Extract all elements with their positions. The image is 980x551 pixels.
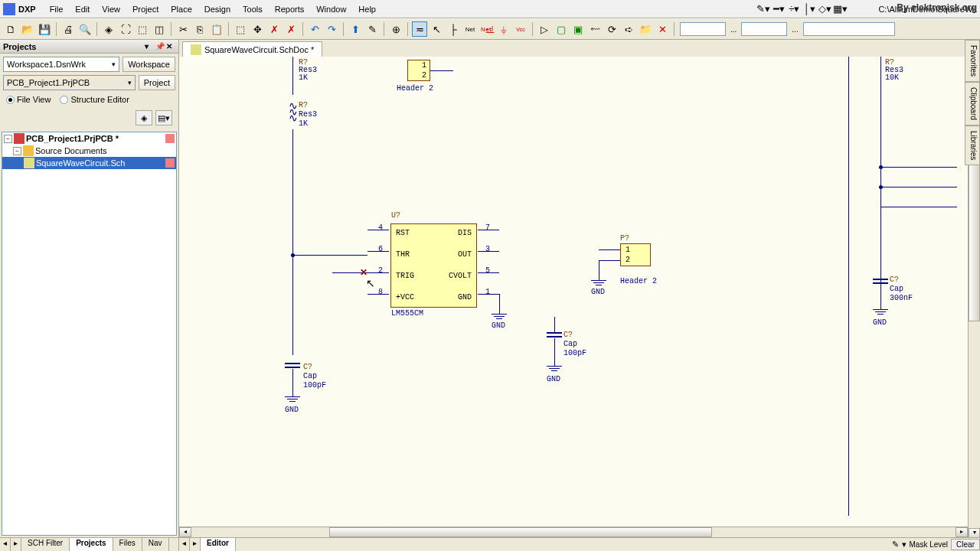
- hier-up-icon[interactable]: ⬆: [348, 21, 363, 37]
- p1-val: Header 2: [620, 277, 657, 285]
- search-input-2[interactable]: [741, 22, 787, 36]
- horizontal-scrollbar[interactable]: ◂ ▸: [179, 527, 968, 537]
- schematic-canvas[interactable]: 1 2 Header 2 R? Res3 1K R? Res3 1K ∿∿∿ U…: [179, 57, 980, 551]
- layer-icon[interactable]: ◈: [101, 21, 116, 37]
- tab-projects[interactable]: Projects: [70, 538, 113, 551]
- workspace-combo[interactable]: Workspace1.DsnWrk: [3, 57, 119, 72]
- part-icon[interactable]: ▷: [537, 21, 552, 37]
- tab-left-arrow[interactable]: ◂: [0, 538, 11, 551]
- tab-right-arrow[interactable]: ▸: [11, 538, 21, 551]
- power-icon[interactable]: ⏚: [496, 21, 511, 37]
- c1-val: Cap: [303, 372, 317, 380]
- file-view-radio[interactable]: File View: [6, 95, 51, 104]
- panel-tool-1-icon[interactable]: ◈: [136, 110, 152, 126]
- menu-view[interactable]: View: [96, 2, 126, 16]
- annotate-icon[interactable]: ➪: [621, 21, 636, 37]
- menu-bar: DXP File Edit View Project Place Design …: [0, 0, 980, 18]
- zoom-fit-icon[interactable]: ⛶: [118, 21, 133, 37]
- cross-probe-icon[interactable]: ⊕: [388, 21, 403, 37]
- tab-editor[interactable]: Editor: [201, 538, 236, 551]
- browse-icon[interactable]: 📁: [638, 21, 653, 37]
- redo-icon[interactable]: ↷: [324, 21, 339, 37]
- deselect-icon[interactable]: ✗: [266, 21, 282, 37]
- tree-project-node[interactable]: − PCB_Project1.PrjPCB *: [2, 132, 176, 145]
- clear-button[interactable]: Clear: [951, 539, 980, 550]
- undo-icon[interactable]: ↶: [307, 21, 322, 37]
- r1-rating: 1K: [299, 73, 308, 82]
- new-icon[interactable]: 🗋: [3, 21, 18, 37]
- tree-file-node[interactable]: SquareWaveCircuit.Sch: [2, 157, 176, 169]
- hier-down-icon[interactable]: ✎: [364, 21, 380, 37]
- project-button[interactable]: Project: [139, 75, 175, 90]
- pencil-icon[interactable]: ✎▾: [756, 2, 771, 17]
- signal-icon[interactable]: ├: [446, 21, 461, 37]
- select-icon[interactable]: ⬚: [233, 21, 248, 37]
- sheet2-icon[interactable]: ▣: [570, 21, 586, 37]
- etab-left[interactable]: ◂: [179, 538, 190, 551]
- app-icon: [3, 3, 15, 15]
- preview-icon[interactable]: 🔍: [77, 21, 93, 37]
- structure-editor-radio[interactable]: Structure Editor: [60, 95, 129, 104]
- menu-edit[interactable]: Edit: [69, 2, 96, 16]
- ic-lm555[interactable]: RST THR TRIG +VCC DIS OUT CVOLT GND: [390, 223, 477, 308]
- project-tree[interactable]: − PCB_Project1.PrjPCB * − Source Documen…: [2, 132, 177, 536]
- menu-reports[interactable]: Reports: [269, 2, 311, 16]
- sheet-icon[interactable]: ▢: [554, 21, 569, 37]
- tab-sch-filter[interactable]: SCH Filter: [21, 538, 70, 551]
- shape-icon[interactable]: ◇▾: [817, 2, 832, 17]
- net-icon[interactable]: Net: [462, 21, 478, 37]
- mask-level-label: Mask Level: [910, 540, 949, 549]
- rtab-libraries[interactable]: Libraries: [965, 126, 980, 165]
- doc-tab-active[interactable]: SquareWaveCircuit.SchDoc *: [182, 41, 322, 57]
- device-icon[interactable]: ⟳: [604, 21, 619, 37]
- line-icon[interactable]: ━▾: [771, 2, 786, 17]
- tree-folder-node[interactable]: − Source Documents: [2, 145, 176, 157]
- vcc-icon[interactable]: Vcc: [513, 21, 528, 37]
- c2-val: Cap: [564, 340, 577, 348]
- copy-icon[interactable]: ⎘: [192, 21, 207, 37]
- menu-window[interactable]: Window: [310, 2, 352, 16]
- panel-tool-2-icon[interactable]: ▤▾: [155, 110, 172, 126]
- move-icon[interactable]: ✥: [250, 21, 265, 37]
- workspace-button[interactable]: Workspace: [122, 57, 175, 72]
- dropdown-icon[interactable]: ▾: [145, 42, 154, 51]
- cut-icon[interactable]: ✂: [175, 21, 191, 37]
- zoom-area-icon[interactable]: ⬚: [135, 21, 150, 37]
- project-combo[interactable]: PCB_Project1.PrjPCB: [3, 75, 136, 90]
- menu-design[interactable]: Design: [198, 2, 237, 16]
- tool-icon[interactable]: │▾: [802, 2, 817, 17]
- open-icon[interactable]: 📂: [20, 21, 35, 37]
- grid-icon[interactable]: ▦▾: [832, 2, 848, 17]
- u1-des: U?: [391, 211, 400, 220]
- menu-tools[interactable]: Tools: [237, 2, 269, 16]
- search-input-3[interactable]: [803, 22, 895, 36]
- tab-nav[interactable]: Nav: [142, 538, 169, 551]
- align-icon[interactable]: ÷▾: [786, 2, 802, 17]
- save-icon[interactable]: 💾: [37, 21, 52, 37]
- paste-icon[interactable]: 📋: [209, 21, 224, 37]
- port-icon[interactable]: ⬳: [587, 21, 603, 37]
- clear-sel-icon[interactable]: ✗: [283, 21, 299, 37]
- zoom-sel-icon[interactable]: ◫: [152, 21, 167, 37]
- header-p1[interactable]: 1 2: [620, 243, 651, 266]
- menu-help[interactable]: Help: [352, 2, 382, 16]
- netlabel-icon[interactable]: Ne̲t̲l̲: [479, 21, 495, 37]
- menu-place[interactable]: Place: [165, 2, 198, 16]
- bus-icon[interactable]: ↖: [429, 21, 444, 37]
- search-input-1[interactable]: [680, 22, 726, 36]
- menu-project[interactable]: Project: [126, 2, 165, 16]
- header-p2[interactable]: 1 2: [407, 60, 430, 81]
- rtab-favorites[interactable]: Favorites: [965, 40, 980, 82]
- wire-icon[interactable]: ≂: [412, 21, 427, 37]
- delete-icon[interactable]: ✕: [655, 21, 670, 37]
- gnd-symbol-2: [285, 396, 300, 402]
- pin-icon[interactable]: 📌: [155, 42, 165, 51]
- watermark: By elektronisk.org: [897, 2, 977, 13]
- etab-right[interactable]: ▸: [190, 538, 201, 551]
- rtab-clipboard[interactable]: Clipboard: [965, 82, 980, 126]
- print-icon[interactable]: 🖨: [60, 21, 76, 37]
- menu-file[interactable]: File: [44, 2, 70, 16]
- close-panel-icon[interactable]: ✕: [166, 42, 175, 51]
- r2-rating: 1K: [299, 119, 308, 128]
- tab-files[interactable]: Files: [113, 538, 142, 551]
